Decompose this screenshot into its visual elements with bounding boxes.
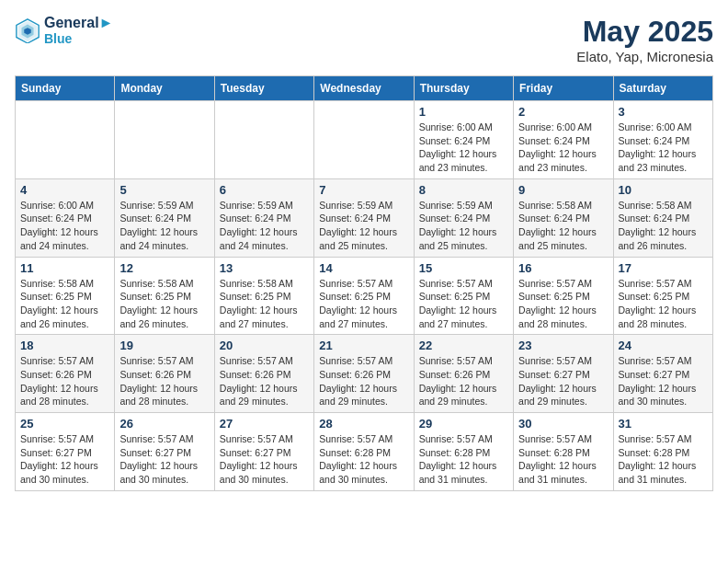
calendar-week-1: 1Sunrise: 6:00 AM Sunset: 6:24 PM Daylig… xyxy=(16,101,713,179)
day-info: Sunrise: 5:57 AM Sunset: 6:26 PM Dayligh… xyxy=(319,354,408,408)
main-title: May 2025 xyxy=(576,15,713,49)
calendar-cell xyxy=(115,101,214,179)
calendar-cell: 20Sunrise: 5:57 AM Sunset: 6:26 PM Dayli… xyxy=(214,335,313,413)
calendar-week-2: 4Sunrise: 6:00 AM Sunset: 6:24 PM Daylig… xyxy=(16,178,713,257)
calendar-cell: 6Sunrise: 5:59 AM Sunset: 6:24 PM Daylig… xyxy=(214,178,313,257)
calendar-cell: 27Sunrise: 5:57 AM Sunset: 6:27 PM Dayli… xyxy=(214,413,313,491)
day-info: Sunrise: 5:57 AM Sunset: 6:27 PM Dayligh… xyxy=(20,432,109,487)
calendar-cell: 28Sunrise: 5:57 AM Sunset: 6:28 PM Dayli… xyxy=(314,413,414,491)
calendar-cell xyxy=(214,101,313,179)
day-number: 7 xyxy=(319,183,408,197)
day-number: 2 xyxy=(518,105,608,119)
day-number: 4 xyxy=(20,183,109,197)
col-header-saturday: Saturday xyxy=(613,76,712,101)
day-info: Sunrise: 5:57 AM Sunset: 6:26 PM Dayligh… xyxy=(119,354,209,408)
logo-text: General► Blue xyxy=(44,15,113,46)
day-number: 14 xyxy=(319,261,408,275)
day-info: Sunrise: 5:57 AM Sunset: 6:27 PM Dayligh… xyxy=(119,432,209,487)
day-number: 11 xyxy=(20,261,109,275)
day-info: Sunrise: 6:00 AM Sunset: 6:24 PM Dayligh… xyxy=(419,121,508,175)
day-number: 16 xyxy=(518,261,608,275)
calendar-cell: 8Sunrise: 5:59 AM Sunset: 6:24 PM Daylig… xyxy=(414,178,513,257)
calendar-cell: 30Sunrise: 5:57 AM Sunset: 6:28 PM Dayli… xyxy=(514,413,613,491)
day-number: 15 xyxy=(419,261,508,275)
day-number: 12 xyxy=(119,261,209,275)
calendar-cell xyxy=(16,101,115,179)
day-number: 13 xyxy=(220,261,309,275)
day-info: Sunrise: 5:57 AM Sunset: 6:26 PM Dayligh… xyxy=(20,354,109,408)
calendar-cell: 16Sunrise: 5:57 AM Sunset: 6:25 PM Dayli… xyxy=(514,257,613,335)
day-info: Sunrise: 5:57 AM Sunset: 6:25 PM Dayligh… xyxy=(619,277,708,331)
calendar-cell: 4Sunrise: 6:00 AM Sunset: 6:24 PM Daylig… xyxy=(16,178,115,257)
day-info: Sunrise: 5:59 AM Sunset: 6:24 PM Dayligh… xyxy=(419,199,508,253)
day-info: Sunrise: 5:58 AM Sunset: 6:25 PM Dayligh… xyxy=(220,277,309,331)
day-info: Sunrise: 5:59 AM Sunset: 6:24 PM Dayligh… xyxy=(319,199,408,253)
day-info: Sunrise: 5:57 AM Sunset: 6:28 PM Dayligh… xyxy=(619,432,708,487)
calendar-cell: 1Sunrise: 6:00 AM Sunset: 6:24 PM Daylig… xyxy=(414,101,513,179)
day-number: 19 xyxy=(119,339,209,352)
day-info: Sunrise: 5:58 AM Sunset: 6:25 PM Dayligh… xyxy=(20,277,109,331)
calendar-cell: 5Sunrise: 5:59 AM Sunset: 6:24 PM Daylig… xyxy=(115,178,214,257)
calendar-cell: 26Sunrise: 5:57 AM Sunset: 6:27 PM Dayli… xyxy=(115,413,214,491)
day-info: Sunrise: 5:58 AM Sunset: 6:24 PM Dayligh… xyxy=(518,199,608,253)
subtitle: Elato, Yap, Micronesia xyxy=(576,49,713,64)
logo: General► Blue xyxy=(15,15,113,46)
day-info: Sunrise: 5:57 AM Sunset: 6:28 PM Dayligh… xyxy=(419,432,508,487)
calendar-cell: 2Sunrise: 6:00 AM Sunset: 6:24 PM Daylig… xyxy=(514,101,613,179)
day-info: Sunrise: 5:57 AM Sunset: 6:28 PM Dayligh… xyxy=(518,432,608,487)
day-info: Sunrise: 5:57 AM Sunset: 6:25 PM Dayligh… xyxy=(518,277,608,331)
calendar-cell: 14Sunrise: 5:57 AM Sunset: 6:25 PM Dayli… xyxy=(314,257,414,335)
calendar-cell: 12Sunrise: 5:58 AM Sunset: 6:25 PM Dayli… xyxy=(115,257,214,335)
day-number: 9 xyxy=(518,183,608,197)
day-info: Sunrise: 5:57 AM Sunset: 6:26 PM Dayligh… xyxy=(220,354,309,408)
day-number: 17 xyxy=(619,261,708,275)
day-number: 21 xyxy=(319,339,408,352)
day-number: 24 xyxy=(619,339,708,352)
calendar-cell: 10Sunrise: 5:58 AM Sunset: 6:24 PM Dayli… xyxy=(613,178,712,257)
day-info: Sunrise: 5:57 AM Sunset: 6:27 PM Dayligh… xyxy=(518,354,608,408)
day-number: 23 xyxy=(518,339,608,352)
col-header-tuesday: Tuesday xyxy=(214,76,313,101)
calendar-cell: 7Sunrise: 5:59 AM Sunset: 6:24 PM Daylig… xyxy=(314,178,414,257)
day-info: Sunrise: 5:58 AM Sunset: 6:25 PM Dayligh… xyxy=(119,277,209,331)
col-header-sunday: Sunday xyxy=(16,76,115,101)
col-header-thursday: Thursday xyxy=(414,76,513,101)
day-number: 25 xyxy=(20,417,109,431)
day-info: Sunrise: 5:57 AM Sunset: 6:27 PM Dayligh… xyxy=(220,432,309,487)
day-info: Sunrise: 5:57 AM Sunset: 6:28 PM Dayligh… xyxy=(319,432,408,487)
calendar-cell: 15Sunrise: 5:57 AM Sunset: 6:25 PM Dayli… xyxy=(414,257,513,335)
calendar-cell: 31Sunrise: 5:57 AM Sunset: 6:28 PM Dayli… xyxy=(613,413,712,491)
calendar-cell: 18Sunrise: 5:57 AM Sunset: 6:26 PM Dayli… xyxy=(16,335,115,413)
calendar-cell: 22Sunrise: 5:57 AM Sunset: 6:26 PM Dayli… xyxy=(414,335,513,413)
calendar-header-row: SundayMondayTuesdayWednesdayThursdayFrid… xyxy=(16,76,713,101)
day-info: Sunrise: 5:57 AM Sunset: 6:25 PM Dayligh… xyxy=(319,277,408,331)
calendar-week-4: 18Sunrise: 5:57 AM Sunset: 6:26 PM Dayli… xyxy=(16,335,713,413)
col-header-monday: Monday xyxy=(115,76,214,101)
day-number: 22 xyxy=(419,339,508,352)
calendar-cell: 29Sunrise: 5:57 AM Sunset: 6:28 PM Dayli… xyxy=(414,413,513,491)
day-number: 3 xyxy=(619,105,708,119)
calendar-cell xyxy=(314,101,414,179)
calendar-cell: 25Sunrise: 5:57 AM Sunset: 6:27 PM Dayli… xyxy=(16,413,115,491)
day-number: 27 xyxy=(220,417,309,431)
day-info: Sunrise: 5:59 AM Sunset: 6:24 PM Dayligh… xyxy=(119,199,209,253)
day-number: 6 xyxy=(220,183,309,197)
logo-icon xyxy=(15,17,40,43)
day-number: 5 xyxy=(119,183,209,197)
calendar-cell: 19Sunrise: 5:57 AM Sunset: 6:26 PM Dayli… xyxy=(115,335,214,413)
day-number: 18 xyxy=(20,339,109,352)
day-number: 10 xyxy=(619,183,708,197)
day-number: 30 xyxy=(518,417,608,431)
calendar-cell: 23Sunrise: 5:57 AM Sunset: 6:27 PM Dayli… xyxy=(514,335,613,413)
calendar-table: SundayMondayTuesdayWednesdayThursdayFrid… xyxy=(15,75,713,491)
col-header-wednesday: Wednesday xyxy=(314,76,414,101)
calendar-week-5: 25Sunrise: 5:57 AM Sunset: 6:27 PM Dayli… xyxy=(16,413,713,491)
day-number: 29 xyxy=(419,417,508,431)
day-info: Sunrise: 5:57 AM Sunset: 6:27 PM Dayligh… xyxy=(619,354,708,408)
calendar-cell: 3Sunrise: 6:00 AM Sunset: 6:24 PM Daylig… xyxy=(613,101,712,179)
day-number: 28 xyxy=(319,417,408,431)
calendar-week-3: 11Sunrise: 5:58 AM Sunset: 6:25 PM Dayli… xyxy=(16,257,713,335)
day-info: Sunrise: 5:58 AM Sunset: 6:24 PM Dayligh… xyxy=(619,199,708,253)
calendar-cell: 9Sunrise: 5:58 AM Sunset: 6:24 PM Daylig… xyxy=(514,178,613,257)
col-header-friday: Friday xyxy=(514,76,613,101)
